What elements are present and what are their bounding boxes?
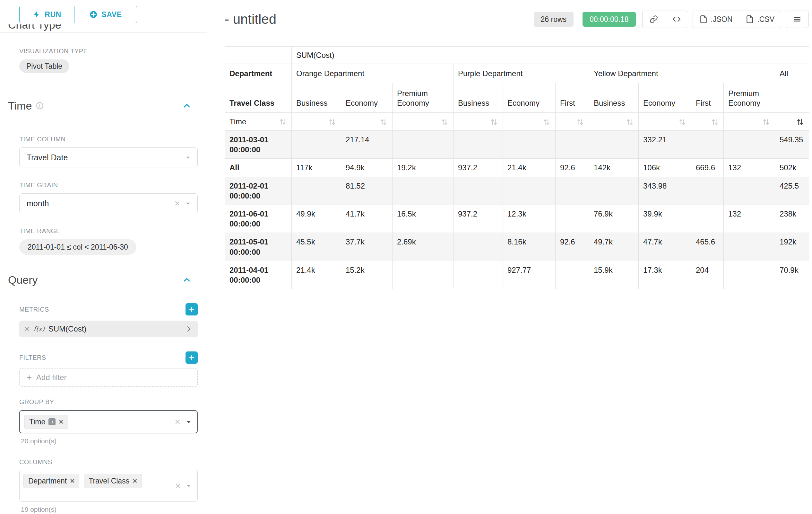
share-button-group — [642, 10, 688, 28]
chart-panel: - untitled 26 rows 00:00:00.18 .JSON — [208, 0, 812, 514]
add-filter-label: Add filter — [36, 373, 67, 382]
sort-toggle-icon[interactable] — [576, 118, 584, 126]
export-csv-label: .CSV — [757, 15, 775, 24]
pivot-table-container: SUM(Cost)DepartmentOrange DepartmentPurp… — [225, 46, 812, 289]
pivot-value-cell: 343.98 — [639, 177, 691, 205]
export-csv-button[interactable]: .CSV — [739, 10, 781, 28]
run-button[interactable]: RUN — [19, 6, 75, 23]
copy-link-button[interactable] — [642, 10, 665, 28]
time-section-title: Time — [8, 99, 32, 112]
sort-toggle-icon[interactable] — [762, 118, 770, 126]
columns-options-count: 19 option(s) — [21, 506, 197, 513]
metrics-label-row: METRICS + — [19, 303, 198, 316]
pivot-table-row: 2011-04-01 00:00:0021.4k15.2k927.7715.9k… — [225, 261, 809, 289]
pivot-value-cell: 106k — [639, 159, 691, 177]
pivot-table-row: 2011-05-01 00:00:0045.5k37.7k2.69k8.16k9… — [225, 233, 809, 261]
sort-toggle-icon[interactable] — [543, 118, 551, 126]
sort-toggle-icon[interactable] — [328, 118, 336, 126]
pivot-value-cell: 549.35 — [775, 131, 809, 159]
pivot-sort-cell — [341, 113, 393, 131]
pivot-class-header: Premium Economy — [724, 83, 775, 113]
section-divider — [0, 88, 207, 88]
export-json-button[interactable]: .JSON — [693, 10, 740, 28]
row-count-badge: 26 rows — [534, 12, 574, 27]
visualization-type-pill[interactable]: Pivot Table — [19, 59, 69, 73]
pivot-groups-row: DepartmentOrange DepartmentPurple Depart… — [225, 64, 809, 83]
sort-toggle-icon[interactable] — [490, 118, 498, 126]
collapse-chevron-up-icon[interactable] — [182, 101, 192, 110]
pivot-row-header: 2011-02-01 00:00:00 — [225, 177, 292, 205]
pivot-value-cell: 204 — [691, 261, 724, 289]
columns-tag-label: Department — [28, 477, 67, 485]
group-by-select[interactable]: Time i × × — [19, 410, 198, 433]
sort-toggle-icon[interactable] — [379, 118, 388, 126]
pivot-value-cell: 15.2k — [341, 261, 393, 289]
remove-metric-icon[interactable]: × — [24, 324, 30, 333]
sort-toggle-icon[interactable] — [279, 117, 287, 126]
group-by-tag[interactable]: Time i × — [24, 415, 68, 429]
filters-label-row: FILTERS + — [19, 351, 198, 364]
pivot-class-header: First — [556, 83, 589, 113]
embed-code-button[interactable] — [665, 10, 688, 28]
pivot-value-cell: 12.3k — [503, 205, 556, 233]
remove-tag-icon[interactable]: × — [70, 477, 75, 485]
pivot-department-dim-label: Department — [225, 64, 292, 83]
save-button[interactable]: SAVE — [74, 6, 137, 23]
remove-tag-icon[interactable]: × — [133, 477, 137, 485]
time-grain-value: month — [27, 199, 174, 208]
time-column-select[interactable]: Travel Date — [19, 147, 198, 167]
metrics-label: METRICS — [19, 306, 49, 313]
pivot-value-cell: 502k — [775, 159, 809, 177]
time-grain-label: TIME GRAIN — [19, 182, 197, 189]
remove-tag-icon[interactable]: × — [59, 418, 63, 426]
add-filter-button[interactable]: + Add filter — [19, 368, 198, 387]
sort-toggle-icon[interactable] — [440, 118, 449, 126]
clear-icon[interactable]: × — [175, 481, 181, 491]
pivot-table-row: 2011-02-01 00:00:0081.52343.98425.5 — [225, 177, 809, 205]
pivot-value-cell — [292, 131, 341, 159]
pivot-value-cell: 39.9k — [639, 205, 691, 233]
pivot-value-cell: 2.69k — [393, 233, 454, 261]
sort-descending-active-icon[interactable] — [796, 118, 804, 126]
pivot-value-cell: 192k — [775, 233, 809, 261]
chart-menu-button[interactable] — [786, 10, 809, 28]
pivot-value-cell: 15.9k — [589, 261, 639, 289]
sort-toggle-icon[interactable] — [678, 118, 687, 126]
pivot-group-header: Purple Department — [454, 64, 589, 83]
pivot-value-cell: 425.5 — [775, 177, 809, 205]
add-metric-button[interactable]: + — [185, 303, 198, 316]
pivot-row-header: 2011-06-01 00:00:00 — [225, 205, 292, 233]
pivot-value-cell: 37.7k — [341, 233, 393, 261]
time-range-pill[interactable]: 2011-01-01 ≤ col < 2011-06-30 — [19, 239, 137, 255]
metric-item-label: SUM(Cost) — [49, 324, 87, 333]
chevron-right-icon[interactable] — [185, 325, 193, 333]
pivot-value-cell: 92.6 — [556, 159, 589, 177]
pivot-row-header: 2011-04-01 00:00:00 — [225, 261, 292, 289]
columns-tag-label: Travel Class — [89, 477, 129, 485]
clear-icon[interactable]: × — [175, 417, 180, 427]
caret-down-icon[interactable] — [185, 418, 193, 426]
pivot-value-cell — [589, 131, 639, 159]
sort-toggle-icon[interactable] — [710, 118, 719, 126]
sort-toggle-icon[interactable] — [626, 118, 634, 126]
add-filter-plus-button[interactable]: + — [185, 351, 198, 364]
pivot-table: SUM(Cost)DepartmentOrange DepartmentPurp… — [225, 46, 809, 289]
columns-tag[interactable]: Travel Class × — [84, 474, 142, 488]
columns-tag[interactable]: Department × — [23, 474, 79, 488]
time-grain-select[interactable]: month × — [19, 193, 198, 213]
plus-circle-icon — [89, 10, 97, 19]
pivot-corner-cell — [225, 47, 292, 64]
pivot-value-cell: 21.4k — [292, 261, 341, 289]
pivot-value-cell — [556, 205, 589, 233]
collapse-chevron-up-icon[interactable] — [182, 275, 192, 285]
pivot-value-cell — [454, 131, 503, 159]
function-icon: f(x) — [33, 325, 44, 333]
metric-item[interactable]: × f(x) SUM(Cost) — [19, 321, 198, 337]
caret-down-icon[interactable] — [185, 482, 192, 489]
info-icon — [36, 102, 44, 110]
pivot-table-row: 2011-03-01 00:00:00217.14332.21549.35 — [225, 131, 809, 159]
pivot-value-cell: 92.6 — [556, 233, 589, 261]
clear-icon[interactable]: × — [174, 198, 180, 208]
pivot-value-cell: 937.2 — [454, 159, 503, 177]
columns-select[interactable]: Department × Travel Class × × — [19, 470, 198, 502]
